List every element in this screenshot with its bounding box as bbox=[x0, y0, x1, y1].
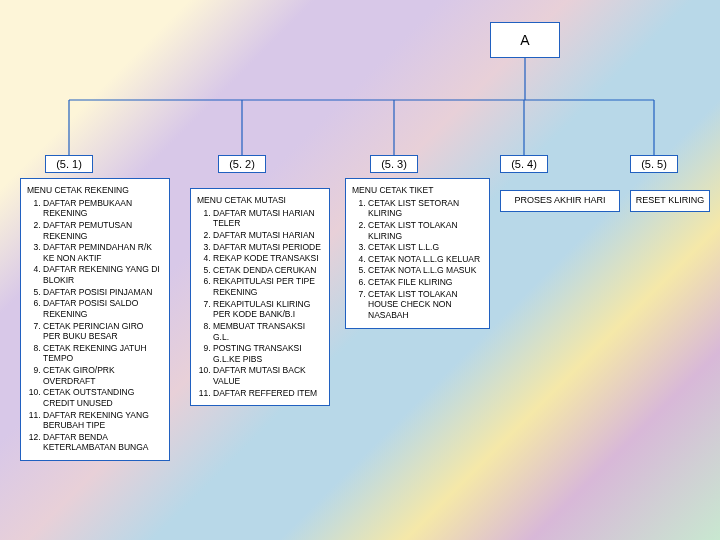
list-item: CETAK DENDA CERUKAN bbox=[213, 265, 323, 276]
list-item: CETAK NOTA L.L.G MASUK bbox=[368, 265, 483, 276]
panel-5-3: MENU CETAK TIKET CETAK LIST SETORAN KLIR… bbox=[345, 178, 490, 329]
list-item: DAFTAR MUTASI HARIAN TELER bbox=[213, 208, 323, 229]
list-item: CETAK LIST TOLAKAN HOUSE CHECK NON NASAB… bbox=[368, 289, 483, 321]
list-item: DAFTAR PEMUTUSAN REKENING bbox=[43, 220, 163, 241]
list-item: DAFTAR POSISI PINJAMAN bbox=[43, 287, 163, 298]
panel-5-3-title: MENU CETAK TIKET bbox=[352, 185, 483, 196]
list-item: REKAPITULASI PER TIPE REKENING bbox=[213, 276, 323, 297]
panel-5-2-list: DAFTAR MUTASI HARIAN TELERDAFTAR MUTASI … bbox=[197, 208, 323, 399]
node-5-1-label: (5. 1) bbox=[56, 158, 82, 170]
list-item: CETAK LIST TOLAKAN KLIRING bbox=[368, 220, 483, 241]
list-item: CETAK PERINCIAN GIRO PER BUKU BESAR bbox=[43, 321, 163, 342]
panel-5-1-list: DAFTAR PEMBUKAAN REKENINGDAFTAR PEMUTUSA… bbox=[27, 198, 163, 453]
panel-5-1: MENU CETAK REKENING DAFTAR PEMBUKAAN REK… bbox=[20, 178, 170, 461]
list-item: DAFTAR MUTASI PERIODE bbox=[213, 242, 323, 253]
list-item: CETAK GIRO/PRK OVERDRAFT bbox=[43, 365, 163, 386]
root-label: A bbox=[520, 32, 529, 48]
panel-5-5-title: RESET KLIRING bbox=[636, 195, 704, 206]
panel-5-2-title: MENU CETAK MUTASI bbox=[197, 195, 323, 206]
panel-5-1-title: MENU CETAK REKENING bbox=[27, 185, 163, 196]
list-item: DAFTAR BENDA KETERLAMBATAN BUNGA bbox=[43, 432, 163, 453]
list-item: DAFTAR POSISI SALDO REKENING bbox=[43, 298, 163, 319]
panel-5-4: PROSES AKHIR HARI bbox=[500, 190, 620, 212]
node-5-4: (5. 4) bbox=[500, 155, 548, 173]
node-5-5-label: (5. 5) bbox=[641, 158, 667, 170]
panel-5-5: RESET KLIRING bbox=[630, 190, 710, 212]
list-item: REKAPITULASI KLIRING PER KODE BANK/B.I bbox=[213, 299, 323, 320]
list-item: DAFTAR MUTASI BACK VALUE bbox=[213, 365, 323, 386]
list-item: CETAK LIST SETORAN KLIRING bbox=[368, 198, 483, 219]
node-5-2-label: (5. 2) bbox=[229, 158, 255, 170]
list-item: DAFTAR REFFERED ITEM bbox=[213, 388, 323, 399]
list-item: MEMBUAT TRANSAKSI G.L. bbox=[213, 321, 323, 342]
node-5-3-label: (5. 3) bbox=[381, 158, 407, 170]
panel-5-4-title: PROSES AKHIR HARI bbox=[514, 195, 605, 206]
list-item: CETAK FILE KLIRING bbox=[368, 277, 483, 288]
node-5-1: (5. 1) bbox=[45, 155, 93, 173]
node-5-5: (5. 5) bbox=[630, 155, 678, 173]
list-item: POSTING TRANSAKSI G.L.KE PIBS bbox=[213, 343, 323, 364]
list-item: DAFTAR REKENING YANG DI BLOKIR bbox=[43, 264, 163, 285]
list-item: DAFTAR PEMBUKAAN REKENING bbox=[43, 198, 163, 219]
node-5-3: (5. 3) bbox=[370, 155, 418, 173]
list-item: REKAP KODE TRANSAKSI bbox=[213, 253, 323, 264]
node-5-4-label: (5. 4) bbox=[511, 158, 537, 170]
panel-5-2: MENU CETAK MUTASI DAFTAR MUTASI HARIAN T… bbox=[190, 188, 330, 406]
list-item: CETAK LIST L.L.G bbox=[368, 242, 483, 253]
list-item: DAFTAR REKENING YANG BERUBAH TIPE bbox=[43, 410, 163, 431]
list-item: CETAK REKENING JATUH TEMPO bbox=[43, 343, 163, 364]
list-item: DAFTAR PEMINDAHAN R/K KE NON AKTIF bbox=[43, 242, 163, 263]
list-item: DAFTAR MUTASI HARIAN bbox=[213, 230, 323, 241]
panel-5-3-list: CETAK LIST SETORAN KLIRINGCETAK LIST TOL… bbox=[352, 198, 483, 321]
root-node: A bbox=[490, 22, 560, 58]
list-item: CETAK OUTSTANDING CREDIT UNUSED bbox=[43, 387, 163, 408]
node-5-2: (5. 2) bbox=[218, 155, 266, 173]
list-item: CETAK NOTA L.L.G KELUAR bbox=[368, 254, 483, 265]
